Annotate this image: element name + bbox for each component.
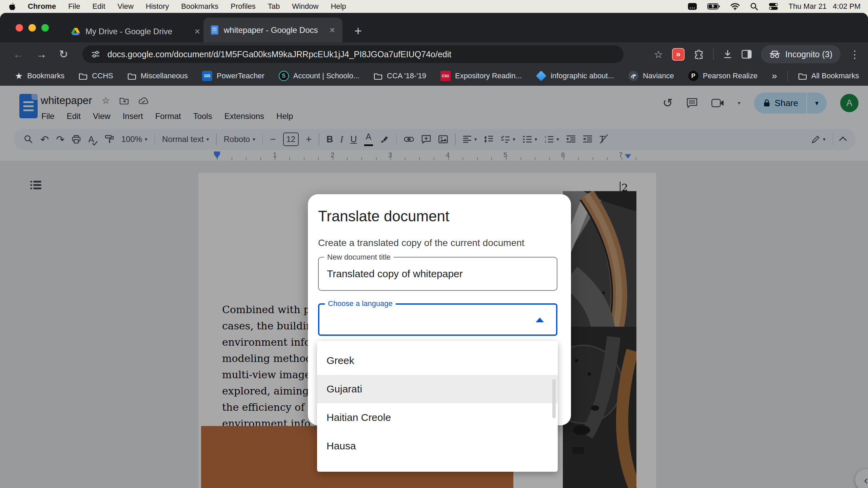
bookmarks-bar: ★ Bookmarks CCHS Miscellaneous SIS Power… bbox=[0, 66, 868, 86]
reload-icon[interactable]: ↻ bbox=[59, 48, 68, 61]
incognito-label: Incognito (3) bbox=[785, 49, 832, 59]
all-bookmarks-folder[interactable]: All Bookmarks bbox=[798, 72, 859, 80]
macos-menubar: Chrome File Edit View History Bookmarks … bbox=[0, 0, 868, 13]
pearson-icon: P bbox=[688, 71, 698, 81]
google-docs-app: whitepaper ☆ File Edit View Insert Forma… bbox=[0, 86, 868, 488]
tab-whitepaper-active[interactable]: whitepaper - Google Docs × bbox=[203, 18, 342, 42]
new-tab-button[interactable]: + bbox=[354, 24, 362, 38]
extensions-icon[interactable] bbox=[694, 49, 704, 59]
downloads-icon[interactable] bbox=[723, 49, 732, 59]
bookmark-item-pearson[interactable]: P Pearson Realize bbox=[688, 71, 757, 81]
bookmarks-bar-right: » All Bookmarks bbox=[772, 70, 859, 82]
star-icon: ★ bbox=[15, 71, 23, 81]
bookmark-item-infographic[interactable]: infographic about... bbox=[536, 72, 614, 80]
choose-language-label: Choose a language bbox=[325, 299, 396, 308]
google-docs-favicon bbox=[211, 25, 218, 35]
menubar-time[interactable]: 4:02 PM bbox=[833, 2, 861, 11]
list-scrollbar-thumb[interactable] bbox=[552, 379, 556, 418]
back-icon[interactable]: ← bbox=[13, 48, 24, 61]
tab-title: whitepaper - Google Docs bbox=[224, 25, 324, 35]
folder-icon bbox=[127, 73, 136, 80]
language-options-list: Greek Gujarati Haitian Creole Hausa bbox=[317, 341, 558, 472]
bookmark-item-naviance[interactable]: Naviance bbox=[628, 71, 674, 81]
browser-window: My Drive - Google Drive × whitepaper - G… bbox=[0, 13, 868, 488]
menubar-item-chrome[interactable]: Chrome bbox=[28, 2, 56, 11]
new-document-title-value[interactable]: Translated copy of whitepaper bbox=[327, 258, 463, 290]
language-option-gujarati[interactable]: Gujarati bbox=[317, 375, 558, 403]
folder-icon bbox=[798, 73, 807, 80]
dialog-subtitle: Create a translated copy of the current … bbox=[318, 238, 525, 248]
apple-logo-icon bbox=[9, 2, 16, 11]
bookmarks-overflow-icon[interactable]: » bbox=[772, 70, 777, 81]
bookmark-folder-cchs[interactable]: CCHS bbox=[79, 72, 113, 80]
control-center-icon[interactable] bbox=[768, 3, 778, 10]
menubar-item-history[interactable]: History bbox=[146, 2, 169, 11]
apple-menu[interactable] bbox=[9, 2, 16, 11]
tab-strip: My Drive - Google Drive × whitepaper - G… bbox=[0, 13, 868, 42]
spotlight-search-icon[interactable] bbox=[750, 2, 758, 11]
bookmark-folder-cca[interactable]: CCA '18-'19 bbox=[374, 72, 426, 80]
bookmark-star-icon[interactable]: ☆ bbox=[654, 48, 663, 60]
csu-icon: CSU bbox=[440, 71, 451, 81]
bookmark-folder-miscellaneous[interactable]: Miscellaneous bbox=[127, 72, 188, 80]
battery-icon[interactable] bbox=[707, 3, 720, 9]
toolbar-actions: ☆ » Incognito (3) bbox=[654, 45, 860, 63]
tab-my-drive[interactable]: My Drive - Google Drive × bbox=[71, 23, 200, 40]
incognito-badge[interactable]: Incognito (3) bbox=[761, 45, 841, 63]
window-controls bbox=[16, 24, 49, 32]
minimize-window-button[interactable] bbox=[28, 24, 36, 32]
schoology-icon: S bbox=[279, 71, 289, 81]
language-option-hausa[interactable]: Hausa bbox=[317, 432, 558, 460]
wifi-icon[interactable] bbox=[730, 3, 740, 10]
bookmark-item-powerteacher[interactable]: SIS PowerTeacher bbox=[202, 71, 264, 81]
menubar-item-bookmarks[interactable]: Bookmarks bbox=[181, 2, 218, 11]
folder-icon bbox=[79, 73, 87, 80]
bookmark-item-schoology[interactable]: S Account | Schoolo... bbox=[279, 71, 359, 81]
url-text[interactable]: docs.google.com/document/d/1M5FGa00ksM9k… bbox=[107, 49, 451, 59]
folder-icon bbox=[374, 73, 382, 80]
bookmark-item-expository[interactable]: CSU Expository Readin... bbox=[440, 71, 522, 81]
choose-language-select[interactable]: Choose a language bbox=[318, 303, 557, 336]
adblock-extension-icon[interactable]: » bbox=[672, 48, 685, 61]
menubar-item-help[interactable]: Help bbox=[331, 2, 346, 11]
side-panel-icon[interactable] bbox=[742, 50, 752, 59]
naviance-icon bbox=[628, 71, 638, 81]
browser-toolbar: ← → ↻ docs.google.com/document/d/1M5FGa0… bbox=[0, 42, 868, 66]
tab-close-icon[interactable]: × bbox=[195, 26, 200, 37]
bookmarks-divider bbox=[787, 70, 788, 82]
tab-close-icon[interactable]: × bbox=[330, 25, 335, 36]
menubar-item-file[interactable]: File bbox=[68, 2, 80, 11]
forward-icon[interactable]: → bbox=[36, 48, 47, 61]
incognito-icon bbox=[769, 50, 781, 58]
toolbar-divider bbox=[713, 48, 714, 60]
language-option-haitian-creole[interactable]: Haitian Creole bbox=[317, 403, 558, 432]
dialog-title: Translate document bbox=[318, 208, 449, 225]
browser-menu-icon[interactable]: ⋮ bbox=[850, 48, 860, 60]
diamond-icon bbox=[536, 70, 546, 81]
zoom-window-button[interactable] bbox=[41, 24, 49, 32]
menubar-item-tab[interactable]: Tab bbox=[268, 2, 280, 11]
menubar-item-view[interactable]: View bbox=[118, 2, 134, 11]
menubar-item-edit[interactable]: Edit bbox=[93, 2, 105, 11]
menubar-date[interactable]: Thu Mar 21 bbox=[789, 2, 827, 11]
site-settings-icon[interactable] bbox=[91, 50, 100, 59]
menubar-item-profiles[interactable]: Profiles bbox=[231, 2, 255, 11]
address-bar[interactable]: docs.google.com/document/d/1M5FGa00ksM9k… bbox=[82, 45, 624, 63]
new-document-title-field[interactable]: New document title Translated copy of wh… bbox=[318, 257, 557, 291]
menubar-item-window[interactable]: Window bbox=[292, 2, 318, 11]
display-icon[interactable] bbox=[688, 3, 697, 10]
close-window-button[interactable] bbox=[16, 24, 23, 32]
language-option-greek[interactable]: Greek bbox=[317, 346, 558, 375]
powerteacher-icon: SIS bbox=[202, 71, 212, 81]
tab-title: My Drive - Google Drive bbox=[85, 27, 189, 36]
collapse-dropdown-icon[interactable] bbox=[536, 318, 544, 322]
google-drive-icon bbox=[71, 28, 80, 36]
bookmark-item-bookmarks[interactable]: ★ Bookmarks bbox=[15, 71, 64, 81]
